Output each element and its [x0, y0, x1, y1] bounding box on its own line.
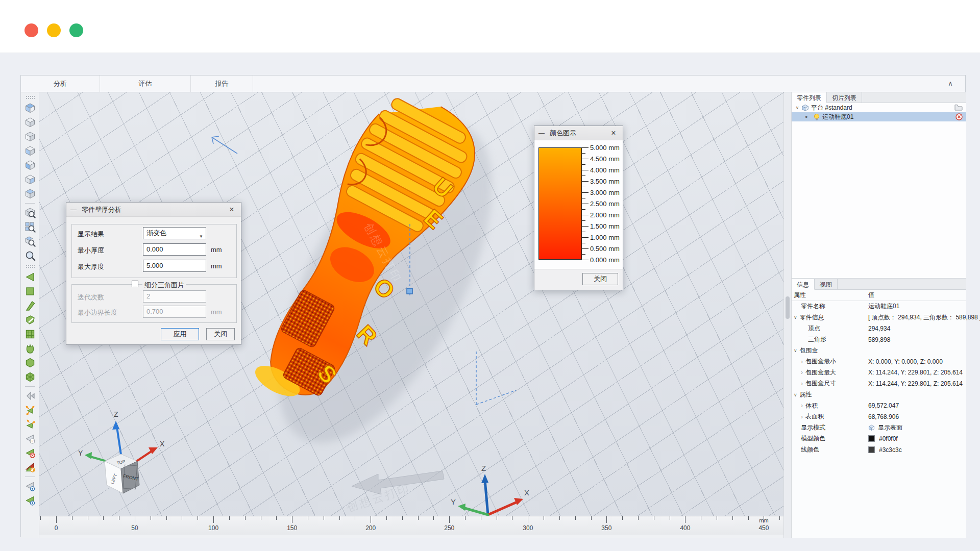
ruler-tick-label: 0	[55, 524, 58, 532]
info-row[interactable]: ›体积69,572.047	[792, 400, 966, 411]
info-row[interactable]: 零件名称运动鞋底01	[792, 301, 966, 312]
minimize-icon[interactable]: —	[538, 130, 545, 137]
info-row[interactable]: 显示模式显示表面	[792, 422, 966, 434]
info-row[interactable]: ∨零件信息[ 顶点数： 294,934, 三角形数： 589,898 ]	[792, 312, 966, 323]
panel-splitter[interactable]	[783, 92, 792, 538]
polygon-tool-icon[interactable]	[24, 357, 36, 369]
subdivide-checkbox[interactable]	[132, 281, 138, 287]
wheel-tool-icon[interactable]	[24, 371, 36, 383]
apply-button[interactable]: 应用	[161, 328, 199, 340]
ruler-tick	[355, 516, 355, 520]
color-swatch[interactable]	[868, 435, 875, 442]
info-row[interactable]: 三角形589,898	[792, 334, 966, 345]
info-row[interactable]: ›包围盒最大X: 114.244, Y: 229.801, Z: 205.614	[792, 367, 966, 379]
close-button[interactable]: 关闭	[206, 328, 235, 340]
selection-point[interactable]	[407, 288, 412, 294]
select-triangle-icon[interactable]	[24, 271, 36, 283]
chevron-right-icon[interactable]: ›	[801, 413, 803, 420]
delete-triangle-icon[interactable]	[24, 447, 36, 459]
folder-icon[interactable]	[954, 104, 963, 111]
tab-slice-list[interactable]: 切片列表	[827, 92, 862, 103]
mesh-tool-icon[interactable]	[24, 328, 36, 340]
chevron-right-icon[interactable]: ›	[801, 402, 803, 409]
info-row[interactable]: ∨包围盒	[792, 345, 966, 356]
tab-analysis[interactable]: 分析	[21, 76, 100, 92]
move-triangle-icon[interactable]	[24, 404, 36, 416]
tab-evaluate[interactable]: 评估	[100, 76, 191, 92]
view-top-icon[interactable]	[24, 188, 36, 200]
view-front-icon[interactable]	[24, 116, 36, 129]
chevron-right-icon[interactable]: ›	[801, 369, 803, 376]
tab-info[interactable]: 信息	[792, 279, 815, 290]
maximize-window-icon[interactable]	[69, 23, 83, 37]
view-left-icon[interactable]	[24, 159, 36, 171]
chevron-right-icon[interactable]: ›	[801, 358, 803, 365]
info-row[interactable]: ∨属性	[792, 389, 966, 400]
close-icon[interactable]: ×	[608, 129, 619, 138]
zoom-to-selection-icon[interactable]	[24, 235, 36, 247]
offset-triangle-icon[interactable]	[24, 418, 36, 431]
shell-tool-icon[interactable]	[24, 342, 36, 355]
view-right-icon[interactable]	[24, 173, 36, 186]
ruler: mm 050100150200250300350400450	[39, 516, 783, 535]
info-row[interactable]: ›包围盒最小X: 0.000, Y: 0.000, Z: 0.000	[792, 356, 966, 367]
info-row[interactable]: 模型颜色#0f0f0f	[792, 433, 966, 444]
viewport[interactable]: UEORS	[39, 92, 783, 538]
select-plane-icon[interactable]	[24, 285, 36, 297]
color-swatch[interactable]	[868, 446, 875, 453]
edge-tool-icon[interactable]	[24, 299, 36, 312]
dialog-titlebar[interactable]: — 颜色图示 ×	[534, 126, 623, 140]
info-row[interactable]: 线颜色#3c3c3c	[792, 444, 966, 456]
view-back-icon[interactable]	[24, 131, 36, 143]
legend-gradient-bar	[538, 147, 582, 260]
zoom-window-icon[interactable]	[24, 249, 36, 262]
zoom-to-all-icon[interactable]	[24, 221, 36, 233]
nav-cube[interactable]: TOP LEFT FRONT Z X Y	[78, 410, 165, 493]
duplicate-triangle-icon[interactable]: 2	[24, 433, 36, 445]
close-icon[interactable]: ×	[227, 205, 237, 214]
caret-down-icon[interactable]: ∨	[794, 348, 797, 353]
tab-view[interactable]: 视图	[815, 279, 838, 290]
collapse-panel-icon[interactable]: ∧	[945, 79, 956, 89]
tree-row-part[interactable]: ● 运动鞋底01	[792, 112, 966, 121]
caret-down-icon[interactable]: ∨	[794, 315, 797, 320]
ribbon-tabbar: 分析 评估 报告 ∧	[21, 76, 965, 92]
view-isometric-icon[interactable]	[24, 102, 36, 114]
legend-close-button[interactable]: 关闭	[582, 273, 618, 285]
ruler-tick	[654, 516, 654, 520]
cut-tool-icon[interactable]	[24, 314, 36, 326]
view-bottom-icon[interactable]	[24, 145, 36, 157]
zoom-to-object-icon[interactable]	[24, 207, 36, 219]
color-legend-dialog: — 颜色图示 × 5.000 mm4.500 mm4.000 mm3.500 m…	[534, 126, 623, 290]
visibility-bulb-icon[interactable]	[813, 113, 820, 121]
min-edge-input[interactable]: 0.700	[143, 306, 206, 318]
min-thickness-input[interactable]: 0.000	[143, 243, 206, 256]
tree-row-platform[interactable]: ∨ 平台 #standard	[792, 103, 966, 112]
tab-part-list[interactable]: 零件列表	[792, 92, 827, 103]
ruler-tick	[386, 516, 387, 520]
max-thickness-input[interactable]: 5.000	[143, 260, 206, 272]
display-result-select[interactable]: 渐变色 ▼	[143, 227, 206, 239]
remove-part-icon[interactable]	[955, 113, 963, 120]
toolbar-drag-handle[interactable]	[26, 95, 35, 99]
caret-down-icon[interactable]: ∨	[794, 105, 800, 110]
mirror-tool-icon[interactable]	[24, 390, 36, 402]
chevron-right-icon[interactable]: ›	[801, 380, 803, 387]
tab-report[interactable]: 报告	[191, 76, 253, 92]
toolbar-drag-handle[interactable]	[26, 264, 35, 268]
splitter-thumb[interactable]	[786, 296, 790, 319]
show-triangle-icon[interactable]	[24, 494, 36, 507]
info-row[interactable]: ›包围盒尺寸X: 114.244, Y: 229.801, Z: 205.614	[792, 378, 966, 389]
close-window-icon[interactable]	[24, 23, 38, 37]
caret-down-icon[interactable]: ∨	[794, 392, 797, 397]
minimize-window-icon[interactable]	[47, 23, 61, 37]
minimize-icon[interactable]: —	[70, 206, 77, 213]
hide-triangle-icon[interactable]	[24, 480, 36, 492]
info-row[interactable]: 顶点294,934	[792, 323, 966, 334]
dialog-titlebar[interactable]: — 零件壁厚分析 ×	[66, 203, 241, 217]
flip-normal-icon[interactable]	[24, 461, 36, 473]
iterations-input[interactable]: 2	[143, 290, 206, 303]
property-column-header: 属性	[792, 291, 806, 299]
toolbar-separator	[25, 203, 35, 204]
info-row[interactable]: ›表面积68,768.906	[792, 411, 966, 422]
